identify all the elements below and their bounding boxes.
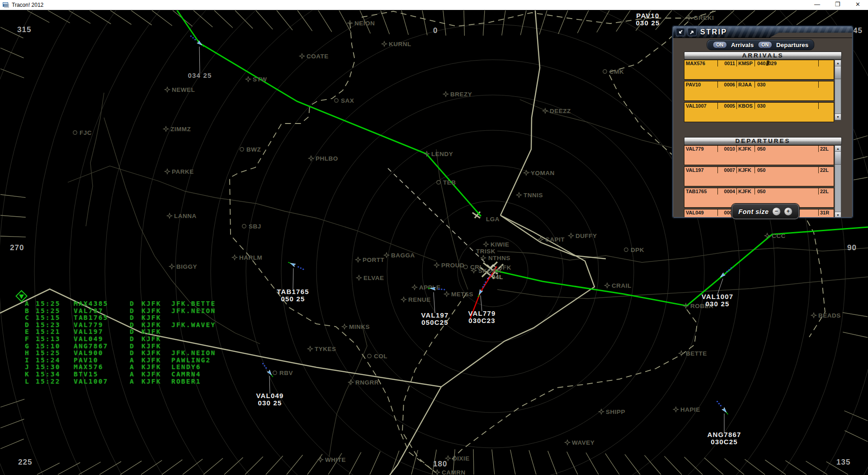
flight-strip-val779[interactable]: VAL779EJT1561100101523340KJFKMKJS050KJFK…	[684, 145, 834, 165]
svg-text:CRI: CRI	[470, 264, 481, 271]
svg-text:YOMAN: YOMAN	[531, 170, 555, 176]
font-size-decrease-button[interactable]: −	[772, 207, 781, 216]
flight-log-rows: A15:25MAX4385DKJFKJFK.BETTEB15:25VAL787D…	[25, 300, 216, 385]
departures-header: DEPARTURES	[684, 137, 842, 145]
waypoint-rbv: RBV	[273, 370, 293, 376]
scrollbar-thumb[interactable]	[835, 152, 841, 165]
flight-strip-val1007[interactable]: VAL1007FRJ1272300051543340KBOSKJFK030KBO…	[684, 102, 834, 122]
flight-log-row[interactable]: E15:21VAL197DKJFK	[25, 328, 216, 336]
arrivals-header: ARRIVALS	[684, 52, 842, 60]
arrivals-toggle-button[interactable]: ON	[712, 41, 727, 48]
svg-text:WAVEY: WAVEY	[572, 439, 594, 446]
aircraft-val1007[interactable]: VAL1007030 25	[702, 267, 734, 308]
scrollbar-thumb[interactable]	[835, 66, 841, 79]
svg-text:CAPIT: CAPIT	[545, 236, 565, 243]
waypoint-tykes: TYKES	[308, 346, 336, 352]
svg-text:BREZY: BREZY	[450, 91, 472, 98]
compass-label-north: 0	[433, 26, 438, 35]
flight-log-row[interactable]: K15:34BTV15AKJFKCAMRN4	[25, 371, 216, 378]
leader-line	[717, 279, 723, 294]
minimize-button[interactable]: —	[807, 0, 827, 10]
scroll-down-icon[interactable]: ▼	[835, 114, 841, 120]
aircraft-val197[interactable]: VAL197050C25	[421, 287, 448, 326]
aircraft-val779[interactable]: VAL779030C23	[468, 281, 495, 324]
waypoint-elvae: ELVAE	[357, 275, 384, 281]
compass-label-east: 90	[847, 243, 857, 252]
aircraft-ang7867[interactable]: ANG7867030C25	[707, 401, 741, 446]
waypoint-zimmz: ZIMMZ	[164, 126, 191, 133]
svg-text:TYKES: TYKES	[315, 346, 336, 352]
flight-log-row[interactable]: I15:24PAV10AKJFKPAWLING2	[25, 357, 216, 364]
flight-log-row[interactable]: L15:22VAL1007AKJFKROBER1	[25, 378, 216, 385]
waypoint-dixie: DIXIE	[446, 455, 470, 462]
flight-log-row[interactable]: C15:15TAB1765DKJFK	[25, 314, 216, 322]
waypoint-sax: SAX	[335, 97, 354, 104]
waypoint-nthns: NTHNS	[488, 255, 510, 261]
flight-log-row[interactable]: J15:30MAX576AKJFKLENDY6	[25, 364, 216, 371]
waypoint-white: WHITE	[318, 456, 346, 463]
svg-text:CMK: CMK	[609, 68, 624, 75]
leader-line	[481, 295, 482, 311]
waypoint-tnnis: TNNIS	[517, 192, 543, 199]
scroll-up-icon[interactable]: ▲	[835, 146, 841, 152]
datablock-callsign: VAL049	[256, 392, 283, 399]
waypoint-camrn: CAMRN	[435, 469, 466, 475]
scroll-up-icon[interactable]: ▲	[835, 60, 841, 66]
flight-log-row[interactable]: D15:23VAL779DKJFKJFK.WAVEY	[25, 322, 216, 329]
leader-line	[293, 268, 293, 290]
svg-text:ZIMMZ: ZIMMZ	[170, 126, 191, 133]
window-titlebar: Tracon! 2012 — ❐ ✕	[0, 0, 868, 10]
flight-log-row[interactable]: B15:25VAL787DKJFKJFK.NEION	[25, 308, 216, 315]
compass-label-northeast: 45	[853, 26, 863, 35]
waypoint-minks: MINKS	[342, 323, 370, 330]
departures-toggle-button[interactable]: ON	[758, 41, 772, 48]
flight-log-row[interactable]: F15:13VAL049DKJFK	[25, 336, 216, 343]
close-button[interactable]: ✕	[848, 0, 868, 10]
flight-log-row[interactable]: G15:10ANG7867DKJFK	[25, 343, 216, 350]
waypoint-biggy: BIGGY	[170, 263, 198, 270]
strip-panel-title: STRIP	[700, 28, 727, 36]
departures-scrollbar[interactable]: ▲ ▼	[835, 145, 841, 217]
strip-panel-titlebar[interactable]: STRIP	[673, 27, 852, 38]
font-size-increase-button[interactable]: +	[784, 207, 793, 216]
aircraft-pav10[interactable]: PAV10030 25	[636, 12, 660, 27]
waypoint-crail: CRAIL	[605, 282, 632, 289]
svg-text:MINKS: MINKS	[349, 323, 370, 330]
flight-strip-max576[interactable]: MAX576FRJ1024700111551340KMSPKJFK040 029…	[684, 60, 834, 80]
departures-toggle-label: Departures	[776, 42, 808, 48]
maximize-button[interactable]: ❐	[827, 0, 848, 10]
svg-text:NEION: NEION	[354, 20, 375, 27]
waypoint-04l: 04L	[492, 274, 503, 280]
datablock-altitude-speed: 050C25	[421, 318, 448, 326]
flight-log-row[interactable]: A15:25MAX4385DKJFKJFK.BETTE	[25, 300, 216, 308]
flight-strip-val197[interactable]: VAL197EJT1326300071521340KJFKKLAS050KJFK…	[684, 166, 834, 186]
datablock-callsign: VAL1007	[702, 293, 734, 300]
svg-text:DEEZZ: DEEZZ	[550, 108, 571, 114]
svg-text:BAGGA: BAGGA	[391, 252, 415, 259]
arrivals-scrollbar[interactable]: ▲ ▼	[835, 60, 841, 120]
datablock-callsign: 034 25	[188, 71, 212, 79]
dock-panel-icon[interactable]	[676, 28, 685, 36]
compass-label-south: 180	[433, 460, 447, 469]
svg-text:LENDY: LENDY	[431, 151, 453, 157]
datablock-altitude-speed: 050 25	[281, 295, 305, 303]
popout-panel-icon[interactable]	[688, 28, 697, 36]
svg-text:NTHNS: NTHNS	[488, 255, 510, 261]
svg-text:KURNL: KURNL	[389, 41, 411, 48]
datablock-altitude-speed: 030C25	[711, 438, 738, 446]
waypoint-proud: PROUD	[434, 262, 465, 269]
svg-text:RNGRR: RNGRR	[355, 379, 379, 386]
leader-line	[269, 376, 270, 394]
svg-text:CCC: CCC	[772, 233, 786, 239]
aircraft-034[interactable]: 034 25	[188, 35, 212, 79]
scroll-down-icon[interactable]: ▼	[835, 212, 841, 217]
aircraft-layer: 034 25PAV10030 25TAB1765050 25VAL197050C…	[188, 12, 741, 446]
datablock-callsign: VAL779	[468, 309, 495, 317]
svg-text:SBJ: SBJ	[249, 223, 261, 230]
flight-log-row[interactable]: H15:25VAL900DKJFKJFK.NEION	[25, 350, 216, 357]
flight-strip-pav10[interactable]: PAV10AJT0/H557200061545340RJAAKJFK030RJA…	[684, 81, 834, 101]
svg-text:LANNA: LANNA	[174, 213, 197, 219]
svg-text:PORTT: PORTT	[363, 256, 385, 263]
svg-text:DIXIE: DIXIE	[453, 455, 470, 462]
compass-label-northwest: 315	[17, 25, 31, 34]
